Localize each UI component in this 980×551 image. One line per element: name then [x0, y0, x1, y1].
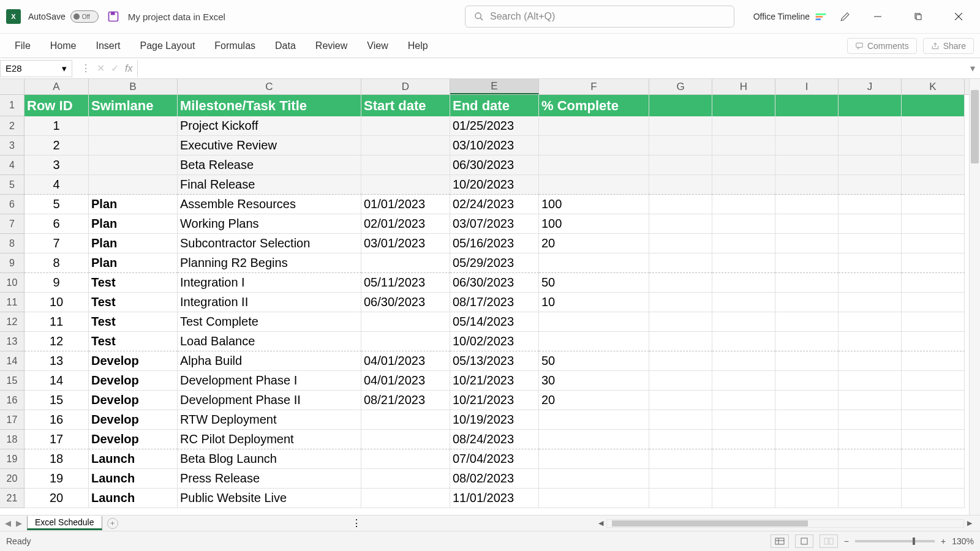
page-break-view-button[interactable] [820, 534, 838, 548]
ribbon-tab-formulas[interactable]: Formulas [206, 37, 264, 55]
row-header-21[interactable]: 21 [0, 489, 24, 508]
column-header-B[interactable]: B [89, 79, 178, 94]
cell[interactable]: 6 [24, 214, 89, 234]
cell[interactable] [839, 116, 902, 136]
cell[interactable] [775, 136, 839, 156]
cell[interactable]: Launch [89, 489, 178, 508]
cell[interactable] [839, 136, 902, 156]
cell[interactable] [361, 136, 450, 156]
row-header-3[interactable]: 3 [0, 136, 24, 156]
cell[interactable]: 04/01/2023 [361, 351, 450, 371]
cell[interactable]: 5 [24, 195, 89, 214]
cell[interactable]: Project Kickoff [178, 116, 361, 136]
row-header-4[interactable]: 4 [0, 156, 24, 175]
row-header-7[interactable]: 7 [0, 214, 24, 234]
cell[interactable]: 02/01/2023 [361, 214, 450, 234]
cell[interactable] [361, 410, 450, 430]
spreadsheet-grid[interactable]: ABCDEFGHIJK 1234567891011121314151617181… [0, 79, 969, 531]
row-header-9[interactable]: 9 [0, 253, 24, 273]
cell[interactable] [902, 469, 965, 489]
cell[interactable]: 8 [24, 253, 89, 273]
cell[interactable]: Test [89, 312, 178, 332]
cell[interactable]: 07/04/2023 [450, 449, 539, 469]
cell[interactable]: 03/07/2023 [450, 214, 539, 234]
ribbon-tab-page-layout[interactable]: Page Layout [131, 37, 203, 55]
formula-input[interactable] [137, 60, 965, 77]
cell[interactable] [712, 391, 775, 410]
cell[interactable]: Plan [89, 253, 178, 273]
zoom-slider[interactable] [855, 540, 935, 542]
cell[interactable] [775, 371, 839, 391]
cell[interactable] [902, 312, 965, 332]
cell[interactable]: 20 [539, 391, 649, 410]
cell[interactable]: Public Website Live [178, 489, 361, 508]
cell[interactable] [712, 234, 775, 253]
cell[interactable]: Press Release [178, 469, 361, 489]
column-header-K[interactable]: K [902, 79, 965, 94]
cell[interactable] [775, 312, 839, 332]
toggle-switch[interactable]: Off [70, 10, 99, 23]
cell[interactable]: 10/21/2023 [450, 371, 539, 391]
row-header-14[interactable]: 14 [0, 351, 24, 371]
row-header-20[interactable]: 20 [0, 469, 24, 489]
formula-expand-button[interactable]: ▾ [965, 62, 980, 74]
cell[interactable] [902, 371, 965, 391]
column-header-C[interactable]: C [178, 79, 361, 94]
cell[interactable]: 18 [24, 449, 89, 469]
cell[interactable]: 08/02/2023 [450, 469, 539, 489]
cell[interactable] [649, 332, 712, 351]
cell[interactable]: 10 [539, 293, 649, 312]
cell[interactable] [839, 371, 902, 391]
cell[interactable] [649, 195, 712, 214]
sheet-nav-next[interactable]: ▶ [16, 519, 22, 528]
cell[interactable] [775, 195, 839, 214]
name-box[interactable]: E28 ▾ [0, 60, 72, 77]
cell[interactable] [839, 410, 902, 430]
cell[interactable]: 12 [24, 332, 89, 351]
cell[interactable]: 2 [24, 136, 89, 156]
row-header-15[interactable]: 15 [0, 371, 24, 391]
cell[interactable] [775, 156, 839, 175]
cell[interactable] [649, 351, 712, 371]
cell[interactable]: 16 [24, 410, 89, 430]
cell[interactable] [839, 332, 902, 351]
row-header-8[interactable]: 8 [0, 234, 24, 253]
column-header-D[interactable]: D [361, 79, 450, 94]
cell[interactable]: 03/01/2023 [361, 234, 450, 253]
cell[interactable] [902, 195, 965, 214]
cell[interactable]: 05/13/2023 [450, 351, 539, 371]
comments-button[interactable]: Comments [847, 38, 917, 54]
cell[interactable]: 3 [24, 156, 89, 175]
header-cell[interactable]: Start date [361, 95, 450, 116]
cell[interactable] [839, 351, 902, 371]
cell[interactable]: 20 [539, 234, 649, 253]
ribbon-tab-file[interactable]: File [6, 37, 39, 55]
add-sheet-button[interactable]: + [107, 518, 118, 529]
cell[interactable] [775, 116, 839, 136]
cell[interactable] [902, 410, 965, 430]
cell[interactable]: Develop [89, 410, 178, 430]
column-header-G[interactable]: G [649, 79, 712, 94]
cell[interactable]: 06/30/2023 [361, 293, 450, 312]
cell[interactable] [89, 136, 178, 156]
cell[interactable]: RC Pilot Deployment [178, 430, 361, 449]
share-button[interactable]: Share [923, 38, 974, 54]
column-header-H[interactable]: H [712, 79, 775, 94]
sheet-nav-prev[interactable]: ◀ [5, 519, 11, 528]
cell[interactable] [839, 214, 902, 234]
cell[interactable] [902, 214, 965, 234]
cell[interactable] [712, 175, 775, 195]
cell[interactable] [902, 156, 965, 175]
cell[interactable] [775, 351, 839, 371]
cell[interactable]: Working Plans [178, 214, 361, 234]
pen-icon[interactable] [839, 10, 851, 23]
zoom-out-button[interactable]: − [844, 536, 849, 546]
row-header-13[interactable]: 13 [0, 332, 24, 351]
column-header-F[interactable]: F [539, 79, 649, 94]
cell[interactable] [539, 116, 649, 136]
cell[interactable] [649, 312, 712, 332]
cell[interactable] [712, 312, 775, 332]
minimize-button[interactable] [864, 4, 892, 29]
cell[interactable]: Assemble Resources [178, 195, 361, 214]
cell[interactable] [361, 332, 450, 351]
